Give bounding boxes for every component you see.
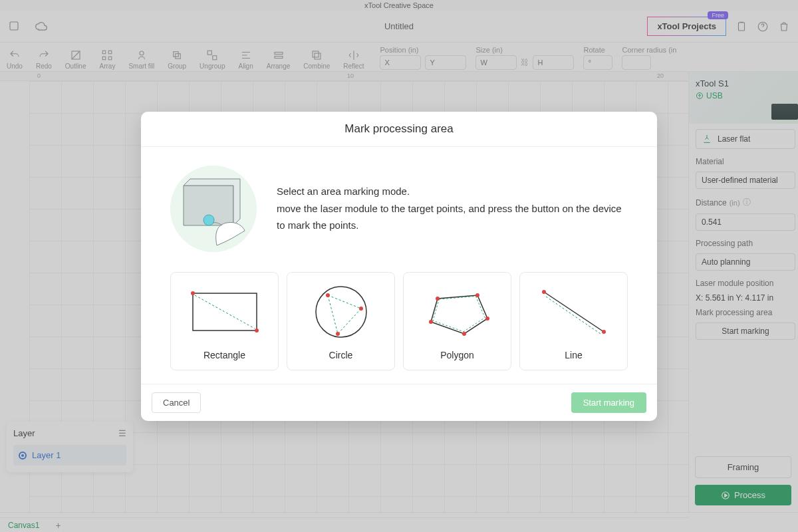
svg-point-25 xyxy=(255,329,259,332)
modal-illustration xyxy=(170,166,257,252)
svg-point-37 xyxy=(429,320,433,324)
modal-title: Mark processing area xyxy=(141,112,657,147)
svg-point-35 xyxy=(485,317,489,321)
mark-area-modal: Mark processing area xyxy=(141,112,657,421)
modal-overlay: Mark processing area xyxy=(0,0,798,532)
mode-polygon-label: Polygon xyxy=(440,350,474,360)
mode-rectangle[interactable]: Rectangle xyxy=(170,272,279,370)
svg-marker-27 xyxy=(328,295,361,334)
svg-point-40 xyxy=(542,290,546,294)
mode-circle-label: Circle xyxy=(329,350,353,360)
cancel-button[interactable]: Cancel xyxy=(152,392,201,413)
svg-point-36 xyxy=(462,332,466,336)
svg-point-21 xyxy=(203,215,214,225)
svg-marker-32 xyxy=(433,296,485,331)
mode-rectangle-label: Rectangle xyxy=(203,350,245,360)
svg-line-39 xyxy=(546,297,600,334)
svg-marker-31 xyxy=(431,295,487,334)
mode-polygon[interactable]: Polygon xyxy=(403,272,511,370)
mode-circle[interactable]: Circle xyxy=(287,272,395,370)
svg-point-33 xyxy=(436,297,440,301)
svg-line-38 xyxy=(544,292,604,332)
svg-point-30 xyxy=(336,332,340,336)
svg-point-24 xyxy=(191,291,195,295)
svg-point-34 xyxy=(475,293,479,297)
modal-description: Select an area marking mode. move the la… xyxy=(277,183,628,234)
mode-line[interactable]: Line xyxy=(519,272,628,370)
svg-rect-22 xyxy=(193,293,257,331)
svg-line-23 xyxy=(195,295,255,329)
start-marking-confirm-button[interactable]: Start marking xyxy=(571,392,646,413)
svg-point-41 xyxy=(602,330,606,334)
svg-point-26 xyxy=(316,287,366,337)
svg-point-28 xyxy=(326,293,330,297)
mode-line-label: Line xyxy=(565,350,582,360)
svg-point-29 xyxy=(359,307,363,311)
